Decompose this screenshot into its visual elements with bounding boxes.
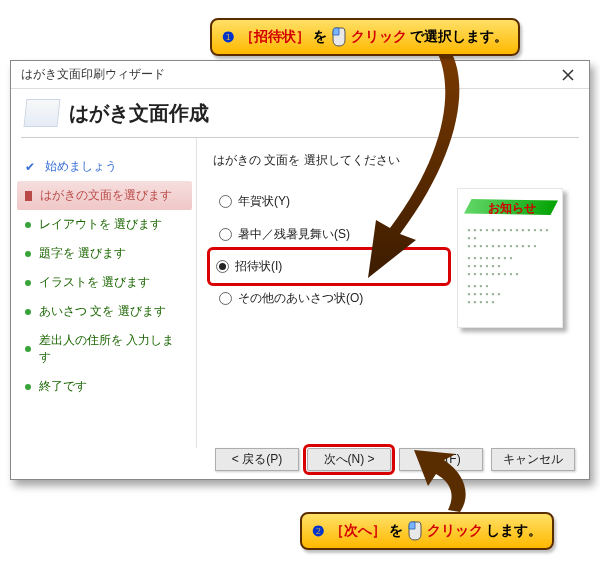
titlebar: はがき文面印刷ウィザード <box>11 61 589 89</box>
radio-icon <box>219 195 232 208</box>
finish-button[interactable]: 完了(F) <box>399 448 483 471</box>
back-button[interactable]: < 戻る(P) <box>215 448 299 471</box>
callout1-tail: で選択します。 <box>410 28 508 46</box>
radio-icon <box>219 292 232 305</box>
callout1-mid: を <box>313 28 327 46</box>
wizard-footer: < 戻る(P) 次へ(N) > 完了(F) キャンセル <box>11 439 589 479</box>
page-icon <box>24 99 61 127</box>
wizard-main: はがきの 文面を 選択してください 年賀状(Y) 暑中／残暑見舞い(S) 招待状… <box>196 138 589 448</box>
option-invitation[interactable]: 招待状(I) <box>216 254 442 279</box>
wizard-steps-sidebar: ✔始めましょう はがきの文面を選びます レイアウトを 選びます 題字を 選びます… <box>11 138 196 448</box>
step-start: ✔始めましょう <box>17 152 192 181</box>
next-button[interactable]: 次へ(N) > <box>307 448 391 471</box>
mouse-icon <box>406 520 424 542</box>
preview-card: お知らせ ＊＊＊＊＊＊＊＊＊＊＊＊＊＊＊＊＊＊＊＊＊＊＊＊＊＊＊＊ ＊＊＊＊＊＊… <box>457 188 563 328</box>
callout1-highlight: ［招待状］ <box>240 28 310 46</box>
preview-title: お知らせ <box>488 200 554 217</box>
step-finish: 終了です <box>17 372 192 401</box>
option-nengajo[interactable]: 年賀状(Y) <box>213 185 445 218</box>
step-select-text: はがきの文面を選びます <box>17 181 192 210</box>
close-button[interactable] <box>553 64 583 86</box>
cancel-button[interactable]: キャンセル <box>491 448 575 471</box>
option-nengajo-label: 年賀状(Y) <box>238 193 290 210</box>
step-greeting: あいさつ 文を 選びます <box>17 297 192 326</box>
callout-step1: ❶ ［招待状］ を クリック で選択します。 <box>210 18 520 56</box>
preview-body: ＊＊＊＊＊＊＊＊＊＊＊＊＊＊＊＊＊＊＊＊＊＊＊＊＊＊＊＊ ＊＊＊＊＊＊＊＊＊＊＊… <box>466 227 554 307</box>
option-other-label: その他のあいさつ状(O) <box>238 290 363 307</box>
instruction-label: はがきの 文面を 選択してください <box>213 152 445 169</box>
step-layout: レイアウトを 選びます <box>17 210 192 239</box>
callout2-tail: します。 <box>486 522 542 540</box>
step-sender: 差出人の住所を 入力します <box>17 326 192 372</box>
bullet-icon <box>25 222 31 228</box>
mouse-icon <box>330 26 348 48</box>
option-invitation-label: 招待状(I) <box>235 258 282 275</box>
callout1-action: クリック <box>351 28 407 46</box>
callout2-mid: を <box>389 522 403 540</box>
bullet-icon <box>25 309 31 315</box>
option-invitation-highlight: 招待状(I) <box>207 247 451 286</box>
step-illustration: イラストを 選びます <box>17 268 192 297</box>
option-other[interactable]: その他のあいさつ状(O) <box>213 282 445 315</box>
callout2-action: クリック <box>427 522 483 540</box>
radio-icon-selected <box>216 260 229 273</box>
wizard-dialog: はがき文面印刷ウィザード はがき文面作成 ✔始めましょう はがきの文面を選びます… <box>10 60 590 480</box>
radio-icon <box>219 228 232 241</box>
bullet-icon <box>25 384 31 390</box>
callout2-highlight: ［次へ］ <box>330 522 386 540</box>
arrow-icon <box>25 191 32 201</box>
option-shochu-label: 暑中／残暑見舞い(S) <box>238 226 350 243</box>
callout-step2: ❷ ［次へ］ を クリック します。 <box>300 512 554 550</box>
bullet-icon <box>25 251 31 257</box>
dialog-title: はがき文面印刷ウィザード <box>21 66 165 83</box>
bullet-icon <box>25 346 31 352</box>
wizard-heading: はがき文面作成 <box>69 100 209 127</box>
bullet-icon <box>25 280 31 286</box>
check-icon: ✔ <box>25 160 35 174</box>
preview-pane: お知らせ ＊＊＊＊＊＊＊＊＊＊＊＊＊＊＊＊＊＊＊＊＊＊＊＊＊＊＊＊ ＊＊＊＊＊＊… <box>445 152 575 448</box>
callout1-number: ❶ <box>222 29 235 45</box>
wizard-header: はがき文面作成 <box>11 89 589 133</box>
step-title: 題字を 選びます <box>17 239 192 268</box>
callout2-number: ❷ <box>312 523 325 539</box>
